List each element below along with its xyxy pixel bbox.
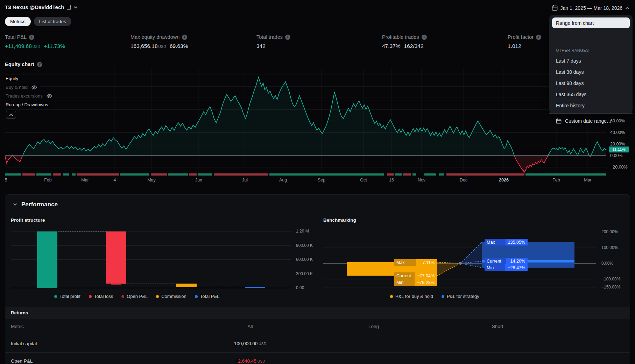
stat-label: Profit factor — [508, 34, 534, 40]
menu-item-last-7-days[interactable]: Last 7 days — [552, 56, 630, 66]
y-axis-label: 900.00 K — [296, 243, 313, 248]
value-box-p-l-for-strategy-current: Current14.20% — [485, 258, 528, 264]
value-box-p-l-for-buy-hold-max: Max7.11% — [394, 259, 437, 266]
benchmarking-legend: P&L for buy & holdP&L for strategy — [390, 294, 479, 299]
x-axis-label: Mar — [81, 178, 89, 183]
x-axis-label: Nov — [418, 178, 425, 183]
x-axis-label: Mar — [584, 178, 592, 183]
legend-dot — [195, 295, 198, 298]
eye-off-icon[interactable] — [46, 94, 52, 99]
legend-trades-excursions[interactable]: Trades excursions — [5, 93, 55, 99]
returns-header-row: MetricAllLongShort — [5, 319, 630, 335]
y-axis-label: 40.00% — [610, 130, 625, 135]
x-axis-label: Sep — [318, 178, 325, 183]
value-box-p-l-for-buy-hold-current: Current−77.04% — [394, 272, 437, 279]
bar-total-loss[interactable] — [106, 231, 126, 284]
strategy-title: T3 Nexus @DaviddTech — [5, 4, 64, 10]
stat-label: Total P&L — [5, 34, 27, 40]
x-axis-label: Jun — [195, 178, 202, 183]
calendar-icon — [556, 118, 562, 124]
x-axis-label: Dec — [460, 178, 467, 183]
x-axis-label: May — [147, 178, 156, 183]
stat-label: Total trades — [256, 34, 283, 40]
menu-item-range-from-chart[interactable]: Range from chart — [552, 17, 630, 28]
date-range-menu: Range from chart OTHER RANGES Last 7 day… — [549, 15, 633, 114]
legend-item[interactable]: Total loss — [89, 294, 113, 299]
legend-dot — [89, 295, 92, 298]
eye-off-icon[interactable] — [31, 85, 37, 90]
x-axis-label: 5 — [5, 178, 7, 183]
chevron-down-icon — [13, 203, 17, 206]
strategy-title-row[interactable]: T3 Nexus @DaviddTech — [5, 4, 78, 10]
legend-item[interactable]: P&L for strategy — [442, 294, 479, 299]
legend-item[interactable]: P&L for buy & hold — [390, 294, 433, 299]
stat-value: 163,656.18 — [130, 43, 158, 49]
chevron-down-icon — [73, 6, 78, 9]
info-icon[interactable]: i — [29, 35, 34, 40]
menu-item-last-90-days[interactable]: Last 90 days — [552, 78, 630, 88]
benchmarking-title: Benchmarking — [323, 217, 356, 223]
value-box-p-l-for-buy-hold-min: Min−79.28% — [394, 279, 437, 286]
bar-commission[interactable] — [176, 284, 197, 287]
legend-item[interactable]: Total P&L — [195, 294, 220, 299]
stat-profitable-trades: Profitable tradesi 47.37%162/342 — [382, 34, 427, 49]
metric-label: Open P&L — [11, 358, 33, 364]
stat-label: Profitable trades — [382, 34, 419, 40]
tab-list-of-trades[interactable]: List of trades — [34, 17, 71, 26]
x-axis-label: Jul — [242, 178, 248, 183]
column-header: All — [247, 324, 253, 329]
stat-max-drawdown: Max equity drawdowni 163,656.18USD69.63% — [130, 34, 188, 49]
legend-runup-drawdowns[interactable]: Run-up / Drawdowns — [5, 102, 51, 108]
x-axis-label: Feb — [552, 178, 560, 183]
collapse-legend-button[interactable] — [6, 111, 16, 119]
info-icon[interactable]: i — [285, 35, 290, 40]
y-axis-label: −20.00% — [610, 165, 628, 170]
bar-total-profit[interactable] — [37, 231, 57, 288]
menu-item-custom-date-range[interactable]: Custom date range… — [552, 116, 630, 126]
legend-dot — [390, 295, 393, 298]
view-tabs: Metrics List of trades — [5, 17, 71, 26]
stat-extra: +11.73% — [44, 43, 65, 49]
legend-buy-and-hold[interactable]: Buy & hold — [5, 84, 40, 90]
stat-extra: 69.63% — [170, 43, 188, 49]
legend-dot — [121, 295, 124, 298]
menu-item-last-30-days[interactable]: Last 30 days — [552, 67, 630, 77]
value-box-p-l-for-strategy-max: Max135.05% — [485, 239, 528, 245]
y-axis-label: 0.00% — [610, 153, 622, 158]
x-axis-label: 16 — [389, 178, 394, 183]
legend-dot — [156, 295, 159, 298]
tab-metrics[interactable]: Metrics — [5, 17, 31, 26]
menu-item-last-365-days[interactable]: Last 365 days — [552, 90, 630, 99]
performance-title: Performance — [21, 201, 58, 208]
metric-value-all: −2,640.45USD — [235, 358, 265, 364]
profit-structure-chart[interactable]: 1.20 M900.00 K600.00 K300.00 K0.00 — [11, 227, 312, 288]
calendar-icon — [552, 5, 558, 11]
legend-equity[interactable]: Equity — [5, 76, 21, 81]
bar-open-p-l[interactable] — [111, 284, 121, 285]
returns-section-header: Returns — [5, 307, 630, 319]
table-row-open-p-l: Open P&L−2,640.45USD — [5, 352, 630, 364]
performance-header[interactable]: Performance — [13, 201, 58, 208]
stat-extra: 162/342 — [404, 43, 424, 49]
metric-label: Initial capital — [11, 341, 37, 346]
stat-label: Max equity drawdown — [130, 34, 179, 40]
info-icon[interactable]: i — [536, 35, 541, 40]
stat-unit: USD — [33, 45, 40, 49]
equity-chart-canvas[interactable] — [0, 65, 635, 185]
stat-unit: USD — [158, 45, 166, 49]
x-axis-label: 2026 — [499, 178, 509, 183]
chevron-up-icon — [625, 7, 629, 9]
y-axis-label: 300.00 K — [296, 271, 313, 276]
info-icon[interactable]: i — [422, 35, 427, 40]
legend-item[interactable]: Commission — [156, 294, 186, 299]
stat-total-pnl: Total P&Li +11,409.68USD+11.73% — [5, 34, 65, 49]
menu-item-entire-history[interactable]: Entire history — [552, 101, 630, 110]
legend-item[interactable]: Open P&L — [121, 294, 148, 299]
bar-total-p-l[interactable] — [245, 287, 265, 288]
legend-item[interactable]: Total profit — [54, 294, 80, 299]
table-row-initial-capital: Initial capital100,000.00USD — [5, 335, 630, 352]
info-icon[interactable]: i — [182, 35, 187, 40]
menu-divider — [549, 113, 633, 114]
date-range-control[interactable]: Jan 1, 2025 — Mar 18, 2026 — [550, 3, 632, 12]
benchmarking-chart[interactable]: 200.00%100.00%0.00%−100.00%−150.00%Max7.… — [323, 224, 630, 293]
